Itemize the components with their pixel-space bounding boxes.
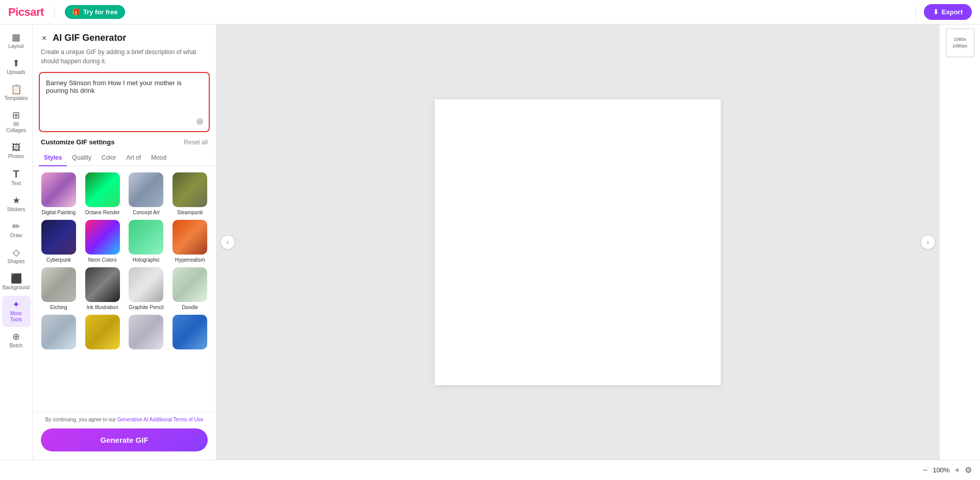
zoom-out-button[interactable]: − xyxy=(923,466,927,475)
generate-button[interactable]: Generate GIF xyxy=(41,428,208,451)
style-thumb-row4-4 xyxy=(173,315,207,349)
style-item-neon-colors[interactable]: Neon Colors xyxy=(83,220,122,263)
templates-icon: 📋 xyxy=(11,85,22,94)
style-label-holographic: Holographic xyxy=(133,257,160,263)
uploads-icon: ⬆ xyxy=(12,59,20,68)
style-label-etching: Etching xyxy=(50,304,67,311)
panel-close-button[interactable]: × xyxy=(41,33,47,43)
sidebar-item-background[interactable]: ⬛ Background xyxy=(2,270,31,295)
style-item-concept-art[interactable]: Concept Art xyxy=(127,172,166,216)
sidebar-label-collages: 88 Collages xyxy=(4,121,29,134)
zoom-level-text: 100% xyxy=(933,466,949,474)
topbar-left: Picsart 🎁 Try for free xyxy=(8,5,125,19)
style-thumb-row4-1 xyxy=(41,315,76,349)
try-free-button[interactable]: 🎁 Try for free xyxy=(65,5,125,19)
stickers-icon: ★ xyxy=(12,196,20,205)
layout-icon: ▦ xyxy=(12,33,20,42)
sidebar-item-more-tools[interactable]: ✦ More Tools xyxy=(2,296,31,327)
tab-styles[interactable]: Styles xyxy=(39,150,67,166)
icon-sidebar: ▦ Layout ⬆ Uploads 📋 Templates ⊞ 88 Coll… xyxy=(0,24,33,460)
style-label-digital-painting: Digital Painting xyxy=(42,209,76,216)
style-item-ink-illustration[interactable]: Ink Illustration xyxy=(83,267,122,311)
style-thumb-hyperrealism xyxy=(173,220,207,255)
style-item-graphite-pencil[interactable]: Graphite Pencil xyxy=(127,267,166,311)
ai-gif-panel: × AI GIF Generator Create a unique GIF b… xyxy=(33,24,216,460)
styles-scroll-area: Digital PaintingOctane RenderConcept Art… xyxy=(33,166,216,412)
sidebar-item-layout[interactable]: ▦ Layout xyxy=(2,29,31,54)
prompt-textarea[interactable]: Barney Stinson from How I met your mothe… xyxy=(40,73,209,129)
sidebar-item-photos[interactable]: 🖼 Photos xyxy=(2,139,31,164)
style-label-doodle: Doodle xyxy=(182,304,198,311)
style-item-steampunk[interactable]: Steampunk xyxy=(170,172,210,216)
sidebar-item-draw[interactable]: ✏ Draw xyxy=(2,218,31,243)
style-item-doodle[interactable]: Doodle xyxy=(170,267,210,311)
sidebar-label-background: Background xyxy=(3,285,30,291)
style-item-row4-4[interactable] xyxy=(170,315,210,351)
sidebar-item-templates[interactable]: 📋 Templates xyxy=(2,81,31,106)
style-label-concept-art: Concept Art xyxy=(133,209,159,216)
sidebar-item-shapes[interactable]: ◇ Shapes xyxy=(2,244,31,269)
download-icon: ⬇ xyxy=(933,8,939,16)
canvas-settings-button[interactable]: ⚙ xyxy=(965,465,972,475)
style-item-row4-3[interactable] xyxy=(127,315,166,351)
agreement-link[interactable]: Generative AI Additional Terms of Use xyxy=(117,417,203,422)
sidebar-item-batch[interactable]: ⊕ Botch xyxy=(2,328,31,353)
logo: Picsart xyxy=(8,6,44,19)
bottombar: − 100% + ⚙ xyxy=(0,460,980,480)
right-panel: 1080x1080px xyxy=(939,24,980,460)
prompt-clear-button[interactable]: ⊗ xyxy=(196,117,204,126)
tab-color[interactable]: Color xyxy=(96,150,121,166)
topbar: Picsart 🎁 Try for free ⬇ Export xyxy=(0,0,980,24)
style-thumb-row4-2 xyxy=(85,315,120,349)
style-item-row4-2[interactable] xyxy=(83,315,122,351)
style-item-digital-painting[interactable]: Digital Painting xyxy=(39,172,79,216)
sidebar-label-shapes: Shapes xyxy=(8,259,25,265)
sidebar-item-text[interactable]: T Text xyxy=(2,165,31,191)
agreement-text: By continuing, you agree to our Generati… xyxy=(41,416,208,423)
style-item-octane-render[interactable]: Octane Render xyxy=(83,172,122,216)
style-label-neon-colors: Neon Colors xyxy=(88,257,117,263)
style-item-holographic[interactable]: Holographic xyxy=(127,220,166,263)
style-thumb-neon-colors xyxy=(85,220,120,255)
style-item-etching[interactable]: Etching xyxy=(39,267,79,311)
sidebar-item-collages[interactable]: ⊞ 88 Collages xyxy=(2,107,31,138)
zoom-in-button[interactable]: + xyxy=(955,466,960,475)
reset-all-button[interactable]: Reset all xyxy=(184,139,208,146)
style-item-hyperrealism[interactable]: Hyperrealism xyxy=(170,220,210,263)
canvas-size-text: 1080x1080px xyxy=(952,36,968,49)
canvas-arrow-left[interactable]: ‹ xyxy=(220,235,235,249)
tab-mood[interactable]: Mood xyxy=(146,150,172,166)
background-icon: ⬛ xyxy=(11,274,22,283)
panel-bottom: By continuing, you agree to our Generati… xyxy=(33,412,216,460)
collages-icon: ⊞ xyxy=(12,111,20,120)
style-item-cyberpunk[interactable]: Cyberpunk xyxy=(39,220,79,263)
customize-title: Customize GIF settings xyxy=(41,138,114,146)
sidebar-label-templates: Templates xyxy=(5,95,28,102)
sidebar-label-layout: Layout xyxy=(8,43,23,49)
sidebar-item-uploads[interactable]: ⬆ Uploads xyxy=(2,55,31,80)
sidebar-label-uploads: Uploads xyxy=(7,69,26,75)
style-thumb-doodle xyxy=(173,267,207,302)
panel-header: × AI GIF Generator xyxy=(33,24,216,47)
styles-grid: Digital PaintingOctane RenderConcept Art… xyxy=(39,172,210,351)
style-label-ink-illustration: Ink Illustration xyxy=(87,304,118,311)
batch-icon: ⊕ xyxy=(12,332,20,341)
style-label-hyperrealism: Hyperrealism xyxy=(175,257,205,263)
style-item-row4-1[interactable] xyxy=(39,315,79,351)
sidebar-item-stickers[interactable]: ★ Stickers xyxy=(2,192,31,217)
tab-art-of[interactable]: Art of xyxy=(121,150,146,166)
topbar-divider xyxy=(54,6,55,18)
style-thumb-ink-illustration xyxy=(85,267,120,302)
text-icon: T xyxy=(13,169,19,179)
export-button[interactable]: ⬇ Export xyxy=(924,4,972,20)
prompt-wrapper: Barney Stinson from How I met your mothe… xyxy=(39,72,210,132)
shapes-icon: ◇ xyxy=(13,248,20,257)
style-thumb-row4-3 xyxy=(129,315,163,349)
style-label-octane-render: Octane Render xyxy=(85,209,120,216)
panel-description: Create a unique GIF by adding a brief de… xyxy=(33,47,216,72)
tab-quality[interactable]: Quality xyxy=(67,150,96,166)
sidebar-label-stickers: Stickers xyxy=(7,207,26,213)
style-thumb-octane-render xyxy=(85,172,120,207)
topbar-right: ⬇ Export xyxy=(911,4,972,20)
canvas-arrow-right[interactable]: › xyxy=(921,235,935,249)
